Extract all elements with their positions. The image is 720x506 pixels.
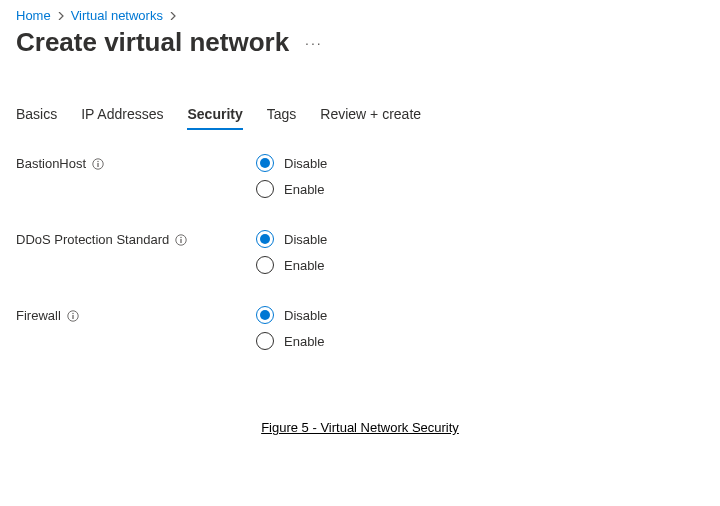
field-ddos-label: DDoS Protection Standard (16, 230, 256, 247)
radio-icon (256, 230, 274, 248)
ddos-enable-option[interactable]: Enable (256, 256, 327, 274)
bastion-radio-group: Disable Enable (256, 154, 327, 198)
chevron-right-icon (57, 10, 65, 22)
field-bastion: BastionHost Disable Enable (16, 154, 704, 198)
title-row: Create virtual network ··· (16, 27, 704, 58)
radio-label: Enable (284, 334, 324, 349)
radio-icon (256, 180, 274, 198)
breadcrumb-home[interactable]: Home (16, 8, 51, 23)
ddos-disable-option[interactable]: Disable (256, 230, 327, 248)
radio-label: Disable (284, 232, 327, 247)
label-text: Firewall (16, 308, 61, 323)
radio-label: Enable (284, 182, 324, 197)
radio-icon (256, 256, 274, 274)
breadcrumb: Home Virtual networks (16, 8, 704, 23)
field-firewall-label: Firewall (16, 306, 256, 323)
field-firewall: Firewall Disable Enable (16, 306, 704, 350)
svg-point-4 (181, 236, 182, 237)
radio-icon (256, 332, 274, 350)
svg-point-7 (72, 312, 73, 313)
tab-tags[interactable]: Tags (267, 106, 297, 130)
radio-icon (256, 306, 274, 324)
tab-ip-addresses[interactable]: IP Addresses (81, 106, 163, 130)
bastion-enable-option[interactable]: Enable (256, 180, 327, 198)
tab-review-create[interactable]: Review + create (320, 106, 421, 130)
radio-label: Disable (284, 308, 327, 323)
page-title: Create virtual network (16, 27, 289, 58)
info-icon[interactable] (92, 158, 104, 170)
bastion-disable-option[interactable]: Disable (256, 154, 327, 172)
tab-security[interactable]: Security (187, 106, 242, 130)
radio-label: Enable (284, 258, 324, 273)
info-icon[interactable] (175, 234, 187, 246)
svg-rect-5 (181, 239, 182, 243)
svg-point-1 (97, 160, 98, 161)
firewall-disable-option[interactable]: Disable (256, 306, 327, 324)
breadcrumb-vnets[interactable]: Virtual networks (71, 8, 163, 23)
chevron-right-icon (169, 10, 177, 22)
figure-caption: Figure 5 - Virtual Network Security (16, 420, 704, 435)
info-icon[interactable] (67, 310, 79, 322)
svg-rect-2 (97, 163, 98, 167)
field-ddos: DDoS Protection Standard Disable Enable (16, 230, 704, 274)
tab-basics[interactable]: Basics (16, 106, 57, 130)
ddos-radio-group: Disable Enable (256, 230, 327, 274)
svg-rect-8 (72, 315, 73, 319)
radio-label: Disable (284, 156, 327, 171)
radio-icon (256, 154, 274, 172)
firewall-enable-option[interactable]: Enable (256, 332, 327, 350)
label-text: DDoS Protection Standard (16, 232, 169, 247)
firewall-radio-group: Disable Enable (256, 306, 327, 350)
label-text: BastionHost (16, 156, 86, 171)
more-icon[interactable]: ··· (305, 35, 323, 51)
tabs: Basics IP Addresses Security Tags Review… (16, 106, 704, 130)
field-bastion-label: BastionHost (16, 154, 256, 171)
